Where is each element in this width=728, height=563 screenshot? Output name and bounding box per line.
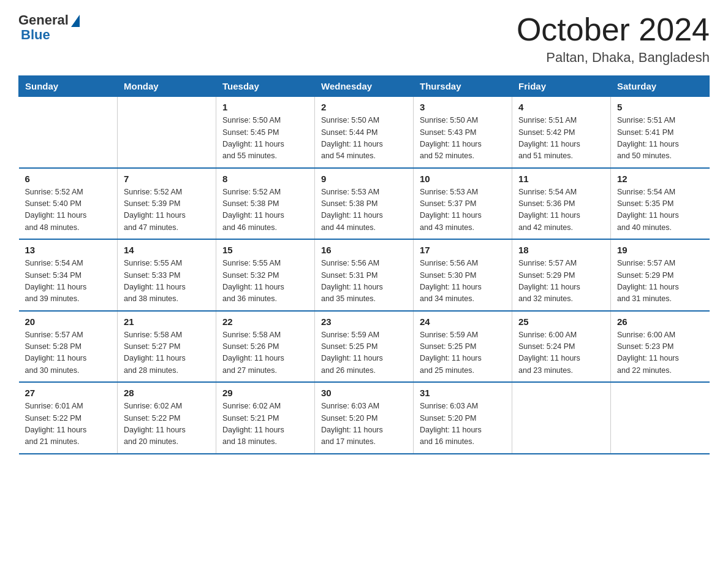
calendar-cell: 5Sunrise: 5:51 AM Sunset: 5:41 PM Daylig… bbox=[611, 97, 710, 168]
day-info: Sunrise: 6:00 AM Sunset: 5:23 PM Dayligh… bbox=[617, 329, 703, 377]
day-number: 9 bbox=[321, 174, 407, 184]
calendar-cell bbox=[512, 382, 611, 454]
day-number: 22 bbox=[222, 316, 308, 327]
day-info: Sunrise: 5:55 AM Sunset: 5:33 PM Dayligh… bbox=[124, 258, 210, 305]
calendar-cell: 9Sunrise: 5:53 AM Sunset: 5:38 PM Daylig… bbox=[315, 168, 414, 240]
calendar-cell: 12Sunrise: 5:54 AM Sunset: 5:35 PM Dayli… bbox=[611, 168, 710, 240]
day-info: Sunrise: 5:55 AM Sunset: 5:32 PM Dayligh… bbox=[222, 258, 308, 305]
calendar-cell: 22Sunrise: 5:58 AM Sunset: 5:26 PM Dayli… bbox=[216, 311, 315, 383]
calendar-cell: 25Sunrise: 6:00 AM Sunset: 5:24 PM Dayli… bbox=[512, 311, 611, 383]
day-number: 19 bbox=[617, 245, 703, 255]
calendar-cell: 24Sunrise: 5:59 AM Sunset: 5:25 PM Dayli… bbox=[414, 311, 512, 383]
logo-blue-text: Blue bbox=[18, 27, 50, 43]
day-info: Sunrise: 5:52 AM Sunset: 5:38 PM Dayligh… bbox=[222, 186, 308, 234]
day-number: 14 bbox=[124, 245, 210, 255]
day-number: 13 bbox=[25, 245, 112, 255]
calendar-cell: 8Sunrise: 5:52 AM Sunset: 5:38 PM Daylig… bbox=[216, 168, 315, 240]
weekday-header-tuesday: Tuesday bbox=[216, 76, 315, 97]
calendar-cell: 15Sunrise: 5:55 AM Sunset: 5:32 PM Dayli… bbox=[216, 239, 315, 311]
day-number: 6 bbox=[25, 174, 112, 184]
day-info: Sunrise: 6:03 AM Sunset: 5:20 PM Dayligh… bbox=[321, 400, 407, 448]
weekday-header-row: SundayMondayTuesdayWednesdayThursdayFrid… bbox=[19, 76, 710, 97]
day-info: Sunrise: 5:56 AM Sunset: 5:30 PM Dayligh… bbox=[420, 258, 506, 305]
day-number: 20 bbox=[25, 316, 112, 327]
day-info: Sunrise: 6:01 AM Sunset: 5:22 PM Dayligh… bbox=[25, 400, 112, 448]
calendar-cell: 20Sunrise: 5:57 AM Sunset: 5:28 PM Dayli… bbox=[19, 311, 118, 383]
calendar-week-row: 20Sunrise: 5:57 AM Sunset: 5:28 PM Dayli… bbox=[19, 311, 710, 383]
logo-general-text: General bbox=[18, 12, 69, 28]
calendar-cell: 7Sunrise: 5:52 AM Sunset: 5:39 PM Daylig… bbox=[118, 168, 216, 240]
calendar-cell: 17Sunrise: 5:56 AM Sunset: 5:30 PM Dayli… bbox=[414, 239, 512, 311]
day-info: Sunrise: 5:57 AM Sunset: 5:29 PM Dayligh… bbox=[617, 258, 703, 305]
month-title: October 2024 bbox=[517, 12, 710, 47]
day-number: 21 bbox=[124, 316, 210, 327]
day-info: Sunrise: 5:50 AM Sunset: 5:44 PM Dayligh… bbox=[321, 115, 407, 163]
day-info: Sunrise: 5:51 AM Sunset: 5:41 PM Dayligh… bbox=[617, 115, 703, 163]
day-info: Sunrise: 5:58 AM Sunset: 5:26 PM Dayligh… bbox=[222, 329, 308, 377]
calendar-cell: 3Sunrise: 5:50 AM Sunset: 5:43 PM Daylig… bbox=[414, 97, 512, 168]
day-info: Sunrise: 5:50 AM Sunset: 5:43 PM Dayligh… bbox=[420, 115, 506, 163]
day-info: Sunrise: 5:57 AM Sunset: 5:28 PM Dayligh… bbox=[25, 329, 112, 377]
calendar-week-row: 27Sunrise: 6:01 AM Sunset: 5:22 PM Dayli… bbox=[19, 382, 710, 454]
day-number: 10 bbox=[420, 174, 506, 184]
logo: General Blue bbox=[18, 12, 80, 43]
day-info: Sunrise: 5:52 AM Sunset: 5:40 PM Dayligh… bbox=[25, 186, 112, 234]
calendar-cell: 2Sunrise: 5:50 AM Sunset: 5:44 PM Daylig… bbox=[315, 97, 414, 168]
day-number: 31 bbox=[420, 388, 506, 398]
calendar-cell: 13Sunrise: 5:54 AM Sunset: 5:34 PM Dayli… bbox=[19, 239, 118, 311]
day-info: Sunrise: 5:53 AM Sunset: 5:38 PM Dayligh… bbox=[321, 186, 407, 234]
calendar-body: 1Sunrise: 5:50 AM Sunset: 5:45 PM Daylig… bbox=[19, 97, 710, 454]
day-number: 25 bbox=[518, 316, 604, 327]
calendar-cell bbox=[118, 97, 216, 168]
day-number: 15 bbox=[222, 245, 308, 255]
calendar-week-row: 13Sunrise: 5:54 AM Sunset: 5:34 PM Dayli… bbox=[19, 239, 710, 311]
day-number: 23 bbox=[321, 316, 407, 327]
day-number: 5 bbox=[617, 102, 703, 112]
day-info: Sunrise: 5:59 AM Sunset: 5:25 PM Dayligh… bbox=[420, 329, 506, 377]
day-number: 26 bbox=[617, 316, 703, 327]
weekday-header-thursday: Thursday bbox=[414, 76, 512, 97]
day-number: 24 bbox=[420, 316, 506, 327]
day-number: 4 bbox=[518, 102, 604, 112]
day-number: 16 bbox=[321, 245, 407, 255]
day-info: Sunrise: 5:53 AM Sunset: 5:37 PM Dayligh… bbox=[420, 186, 506, 234]
location-title: Paltan, Dhaka, Bangladesh bbox=[517, 50, 710, 66]
title-area: October 2024 Paltan, Dhaka, Bangladesh bbox=[517, 12, 710, 66]
day-info: Sunrise: 6:02 AM Sunset: 5:22 PM Dayligh… bbox=[124, 400, 210, 448]
weekday-header-wednesday: Wednesday bbox=[315, 76, 414, 97]
calendar-cell bbox=[611, 382, 710, 454]
calendar-cell: 30Sunrise: 6:03 AM Sunset: 5:20 PM Dayli… bbox=[315, 382, 414, 454]
calendar-cell: 10Sunrise: 5:53 AM Sunset: 5:37 PM Dayli… bbox=[414, 168, 512, 240]
day-number: 17 bbox=[420, 245, 506, 255]
day-info: Sunrise: 5:51 AM Sunset: 5:42 PM Dayligh… bbox=[518, 115, 604, 163]
calendar-cell: 18Sunrise: 5:57 AM Sunset: 5:29 PM Dayli… bbox=[512, 239, 611, 311]
day-info: Sunrise: 5:58 AM Sunset: 5:27 PM Dayligh… bbox=[124, 329, 210, 377]
calendar-cell: 4Sunrise: 5:51 AM Sunset: 5:42 PM Daylig… bbox=[512, 97, 611, 168]
day-number: 7 bbox=[124, 174, 210, 184]
logo-triangle-icon bbox=[71, 15, 80, 27]
day-number: 11 bbox=[518, 174, 604, 184]
calendar-cell: 29Sunrise: 6:02 AM Sunset: 5:21 PM Dayli… bbox=[216, 382, 315, 454]
day-number: 29 bbox=[222, 388, 308, 398]
day-number: 28 bbox=[124, 388, 210, 398]
day-number: 8 bbox=[222, 174, 308, 184]
calendar-cell: 16Sunrise: 5:56 AM Sunset: 5:31 PM Dayli… bbox=[315, 239, 414, 311]
page-header: General Blue October 2024 Paltan, Dhaka,… bbox=[18, 12, 710, 66]
calendar-header: SundayMondayTuesdayWednesdayThursdayFrid… bbox=[19, 76, 710, 97]
calendar-cell bbox=[19, 97, 118, 168]
day-info: Sunrise: 6:02 AM Sunset: 5:21 PM Dayligh… bbox=[222, 400, 308, 448]
calendar-cell: 28Sunrise: 6:02 AM Sunset: 5:22 PM Dayli… bbox=[118, 382, 216, 454]
calendar-cell: 31Sunrise: 6:03 AM Sunset: 5:20 PM Dayli… bbox=[414, 382, 512, 454]
day-info: Sunrise: 5:54 AM Sunset: 5:35 PM Dayligh… bbox=[617, 186, 703, 234]
day-number: 18 bbox=[518, 245, 604, 255]
calendar-cell: 14Sunrise: 5:55 AM Sunset: 5:33 PM Dayli… bbox=[118, 239, 216, 311]
day-number: 1 bbox=[222, 102, 308, 112]
calendar-cell: 21Sunrise: 5:58 AM Sunset: 5:27 PM Dayli… bbox=[118, 311, 216, 383]
calendar-cell: 1Sunrise: 5:50 AM Sunset: 5:45 PM Daylig… bbox=[216, 97, 315, 168]
calendar-table: SundayMondayTuesdayWednesdayThursdayFrid… bbox=[18, 75, 710, 454]
weekday-header-saturday: Saturday bbox=[611, 76, 710, 97]
calendar-cell: 27Sunrise: 6:01 AM Sunset: 5:22 PM Dayli… bbox=[19, 382, 118, 454]
weekday-header-friday: Friday bbox=[512, 76, 611, 97]
weekday-header-sunday: Sunday bbox=[19, 76, 118, 97]
calendar-week-row: 6Sunrise: 5:52 AM Sunset: 5:40 PM Daylig… bbox=[19, 168, 710, 240]
